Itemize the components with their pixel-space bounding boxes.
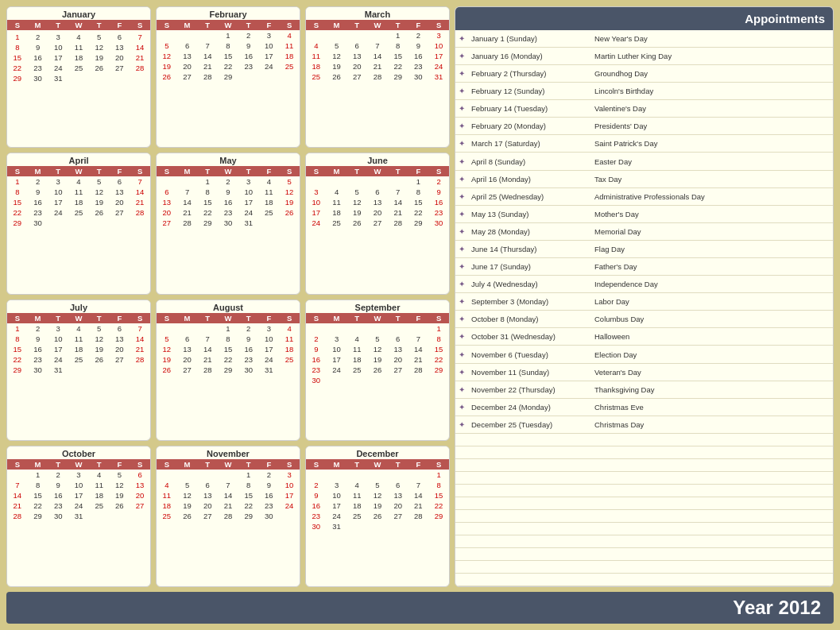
appointment-row: ✦April 8 (Sunday)Easter Day [455,153,833,170]
day-header: T [48,20,68,30]
calendar-day: 27 [388,365,408,375]
calendar-day: 20 [130,490,150,501]
calendar-day: 31 [259,365,280,375]
empty-appointment-row [455,497,833,510]
calendar-day: 17 [306,207,327,218]
calendar-day: 8 [238,480,259,490]
appointment-name: New Year's Day [591,30,833,47]
calendar-day: 9 [48,480,68,490]
appointment-name: Father's Day [591,258,833,276]
calendar-day: 1 [218,30,238,41]
calendar-day: 15 [238,490,259,501]
calendar-day: 27 [110,354,130,365]
calendar-day: 27 [177,72,198,82]
calendar-day: 25 [68,207,89,218]
appointment-row: ✦April 16 (Monday)Tax Day [455,170,833,187]
calendar-day: 11 [157,490,177,501]
calendar-day: 20 [110,197,130,207]
appointment-row: ✦October 31 (Wednesday)Halloween [455,328,833,346]
calendar-day [306,30,327,41]
calendar-day: 30 [306,375,327,385]
calendar-december: DecemberSMTWTFS1234567891011121314151617… [305,446,450,587]
calendar-day: 22 [388,61,408,72]
empty-cell [591,510,833,523]
calendar-day: 26 [89,63,110,73]
calendar-day: 6 [110,176,130,187]
calendar-day: 18 [89,490,110,501]
day-header: F [259,313,280,323]
calendar-day: 8 [7,334,28,344]
appointment-name: Flag Day [591,240,833,257]
calendar-day: 26 [327,72,347,82]
empty-cell [591,485,833,497]
day-header: T [388,459,408,470]
calendar-day: 26 [157,365,177,375]
calendar-day: 25 [279,354,300,365]
day-header: M [177,459,198,470]
calendar-day: 28 [408,511,429,521]
calendar-day: 27 [367,218,388,228]
calendar-day [327,30,347,41]
calendar-day: 28 [367,72,388,82]
calendar-day [279,218,300,228]
calendar-table: SMTWTFS123456789101112131415161718192021… [306,20,449,82]
appointment-date: February 12 (Sunday) [468,83,591,100]
calendar-day: 16 [408,51,429,61]
empty-appointment-row [455,472,833,485]
calendar-day: 27 [346,72,367,82]
calendar-day: 7 [130,32,150,42]
calendar-day: 13 [110,187,130,197]
calendar-day: 17 [259,51,280,61]
day-header: S [279,166,300,176]
calendar-day: 17 [327,501,347,511]
calendar-day: 20 [346,61,367,72]
day-header: W [367,20,388,30]
calendar-day: 8 [7,187,28,197]
calendar-day: 16 [306,501,327,511]
calendar-day [68,218,89,228]
calendar-day [367,30,388,41]
calendar-day: 25 [346,365,367,375]
calendar-day: 6 [110,323,130,334]
calendar-day: 24 [428,61,449,72]
calendar-day: 8 [218,334,238,344]
calendar-day: 26 [177,511,198,521]
calendar-day: 14 [130,42,150,52]
calendar-day: 1 [7,176,28,187]
calendar-day [68,365,89,375]
day-header: S [130,459,150,470]
calendar-day: 12 [346,197,367,207]
calendar-day: 12 [89,334,110,344]
calendar-day: 7 [408,480,429,490]
calendar-day [367,323,388,334]
calendar-day: 2 [48,470,68,480]
appointment-row: ✦January 16 (Monday)Martin Luther King D… [455,47,833,64]
calendar-day: 27 [157,218,177,228]
calendar-day: 3 [238,176,259,187]
calendar-day: 1 [218,323,238,334]
empty-cell [455,459,468,472]
calendar-day [388,375,408,385]
calendar-day: 11 [306,51,327,61]
appointment-name: Halloween [591,328,833,346]
calendar-day: 31 [48,73,68,83]
empty-appointment-row [455,548,833,561]
day-header: F [110,313,130,323]
calendar-day: 23 [408,61,429,72]
appointment-date: January 1 (Sunday) [468,30,591,47]
calendar-day: 5 [327,41,347,51]
calendar-may: MaySMTWTFS123456789101112131415161718192… [156,153,300,294]
day-header: T [89,166,110,176]
calendar-day: 18 [259,197,280,207]
calendar-day [130,73,150,83]
calendar-day: 25 [259,207,280,218]
day-header: T [388,166,408,176]
calendar-day: 13 [110,334,130,344]
calendar-day: 30 [408,72,429,82]
calendar-day: 23 [48,501,68,511]
day-header: S [157,166,177,176]
day-header: T [388,20,408,30]
calendar-day [259,218,280,228]
appointment-row: ✦April 25 (Wednesday)Administrative Prof… [455,187,833,205]
calendar-day: 19 [346,207,367,218]
